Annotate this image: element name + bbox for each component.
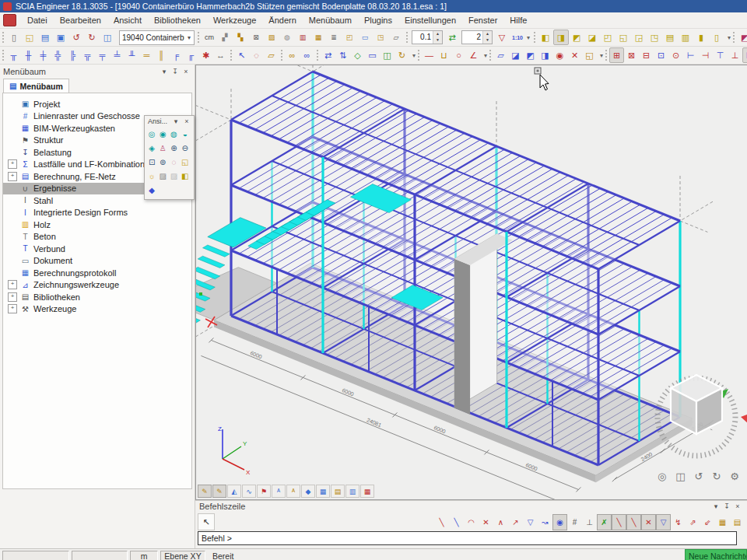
group-caret-icon[interactable]: ▾: [484, 52, 487, 59]
explode-icon[interactable]: ✱: [198, 47, 213, 63]
mesh-tab[interactable]: ▦: [316, 485, 330, 498]
active-project-combo[interactable]: 19040 Containerbü ▾: [119, 30, 195, 45]
snap-parallel-icon[interactable]: ⇙: [700, 514, 715, 530]
units-icon[interactable]: cm: [202, 30, 217, 45]
display-panels-icon[interactable]: ▤: [662, 30, 678, 45]
tree-item-holz[interactable]: + ▥ Holz: [3, 219, 191, 231]
display-mesh-icon[interactable]: ◳: [647, 30, 662, 45]
snap-midpoint-icon[interactable]: ✗: [597, 514, 612, 530]
snap-arc-icon[interactable]: ◠: [464, 514, 479, 530]
combo-caret-icon[interactable]: ▾: [184, 34, 194, 41]
solver-setup-icon[interactable]: ▥: [295, 30, 310, 45]
clipboard-icon[interactable]: ⊠: [248, 30, 264, 45]
snap-extension-icon[interactable]: ⇗: [686, 514, 700, 530]
display-settings-icon[interactable]: ◧: [538, 30, 553, 45]
display-results-icon[interactable]: ◲: [631, 30, 647, 45]
snap-step-spinner[interactable]: 2 ▲▼: [461, 30, 493, 44]
fe-mesh-tab[interactable]: ▦: [360, 485, 374, 498]
surfaces-tab[interactable]: ◆: [301, 485, 315, 498]
Bearbeiten[interactable]: Bearbeiten: [54, 12, 107, 28]
loads-tab[interactable]: ▥: [345, 485, 359, 498]
hide-selection-icon[interactable]: ✕: [567, 47, 582, 63]
new-plate-icon[interactable]: ╪: [36, 47, 51, 63]
snap-line-icon[interactable]: ╲: [449, 514, 464, 530]
tree-item-zeichnung[interactable]: + ⊿ Zeichnungswerkzeuge: [3, 279, 191, 292]
redo-icon[interactable]: ↻: [84, 30, 100, 45]
import-icon[interactable]: ◩: [523, 47, 538, 63]
new-column-icon[interactable]: ╫: [21, 47, 36, 63]
paste-add-icon[interactable]: ◪: [508, 47, 523, 63]
display-beams-icon[interactable]: ▮: [693, 30, 709, 45]
Hilfe[interactable]: Hilfe: [503, 12, 533, 28]
zoom-all-icon[interactable]: ⊚: [157, 155, 168, 169]
angle-icon[interactable]: ∠: [466, 47, 481, 63]
Datei[interactable]: Datei: [21, 12, 54, 28]
spinner-up-icon[interactable]: ▲: [433, 31, 442, 37]
display-loads-icon[interactable]: ◪: [584, 30, 600, 45]
light-icon[interactable]: ☼: [146, 169, 157, 183]
polyline-icon[interactable]: ⊔: [437, 47, 451, 63]
axes-tab[interactable]: ◭: [227, 485, 241, 498]
walk-mode-icon[interactable]: ♙: [157, 141, 168, 155]
cursor-snap-icon[interactable]: ◉: [552, 514, 567, 530]
paste-properties-icon[interactable]: ▨: [264, 30, 279, 45]
tree-item-protokoll[interactable]: + ▦ Berechnungsprotokoll: [3, 267, 191, 279]
Bibliotheken[interactable]: Bibliotheken: [148, 12, 207, 28]
view-perspective-icon[interactable]: ◈: [146, 141, 157, 155]
view-y-icon[interactable]: ◉: [157, 127, 168, 141]
plane-cell[interactable]: Ebene XY: [160, 551, 205, 560]
display-model-data-icon[interactable]: ◱: [615, 30, 631, 45]
mesh-setup-icon[interactable]: ◍: [279, 30, 295, 45]
engineering-report-icon[interactable]: ▱: [388, 30, 404, 45]
snap-curve-icon[interactable]: ↝: [538, 514, 552, 530]
panel-collapse-icon[interactable]: ▾: [710, 502, 721, 510]
cursor-step-spinner[interactable]: 0.1 ▲▼: [412, 30, 443, 44]
results-combi-icon[interactable]: ⊣: [698, 47, 713, 63]
rendered-tab[interactable]: ✎: [212, 485, 226, 498]
move-icon[interactable]: ⇄: [321, 47, 335, 63]
results-stress-icon[interactable]: ⊙: [668, 47, 683, 63]
scia-menu-icon[interactable]: [3, 14, 16, 26]
display-supports-icon[interactable]: ◩: [569, 30, 584, 45]
layers-icon[interactable]: ▞: [217, 30, 233, 45]
tree-expander-icon[interactable]: +: [8, 280, 17, 289]
snap-grid2-icon[interactable]: ▦: [715, 514, 730, 530]
select-cursor-button[interactable]: ↖: [198, 513, 215, 530]
snap-table-icon[interactable]: ▤: [730, 514, 745, 530]
copy-icon[interactable]: ⇅: [335, 47, 350, 63]
select-by-property-icon[interactable]: ∞: [300, 47, 314, 63]
new-arch-icon[interactable]: ╓: [184, 47, 198, 63]
results-moment-icon[interactable]: ⊟: [639, 47, 654, 63]
solid-view-icon[interactable]: ◆: [146, 183, 157, 197]
vp-zoom-icon[interactable]: ◎: [658, 471, 666, 482]
labels-tab[interactable]: ⚑: [257, 485, 271, 498]
render-icon[interactable]: ▨: [157, 169, 168, 183]
ortho-icon[interactable]: ⊥: [582, 514, 597, 530]
Plugins[interactable]: Plugins: [358, 12, 398, 28]
view-axo-icon[interactable]: ◒: [180, 127, 191, 141]
spinner-down-icon[interactable]: ▼: [433, 37, 442, 44]
clip-box-icon[interactable]: ◧: [180, 169, 191, 183]
group-caret-icon[interactable]: ▾: [728, 34, 731, 41]
tree-item-verbund[interactable]: + T Verbund: [3, 243, 191, 255]
spinner-up-icon[interactable]: ▲: [483, 31, 492, 37]
Ansicht[interactable]: Ansicht: [107, 12, 148, 28]
model-3d-view[interactable]: 600060006000600024081240024003000ZYX ✎ ✎…: [195, 65, 747, 500]
results-deform-icon[interactable]: ⊡: [654, 47, 668, 63]
new-wall-icon[interactable]: ╬: [51, 47, 65, 63]
document-icon[interactable]: ▭: [357, 30, 373, 45]
tree-item-bibliotheken[interactable]: + ▤ Bibliotheken: [3, 291, 191, 303]
vp-rotate-right-icon[interactable]: ↻: [712, 471, 721, 482]
view-z-icon[interactable]: ◍: [168, 127, 179, 141]
zoom-out-icon[interactable]: ⊖: [180, 141, 191, 155]
snap-off-icon[interactable]: ✕: [479, 514, 493, 530]
mirror-icon[interactable]: ▭: [365, 47, 380, 63]
line-icon[interactable]: ―: [422, 47, 437, 63]
scale-icon[interactable]: ↻: [395, 47, 409, 63]
panel-collapse-icon[interactable]: ▾: [159, 68, 170, 75]
new-node-icon[interactable]: ╧: [110, 47, 124, 63]
new-messages-badge[interactable]: Neue Nachrichte: [685, 549, 747, 560]
print-preview-icon[interactable]: ◰: [342, 30, 357, 45]
vp-settings-icon[interactable]: ⚙: [730, 471, 739, 482]
zoom-in-icon[interactable]: ⊕: [168, 141, 179, 155]
